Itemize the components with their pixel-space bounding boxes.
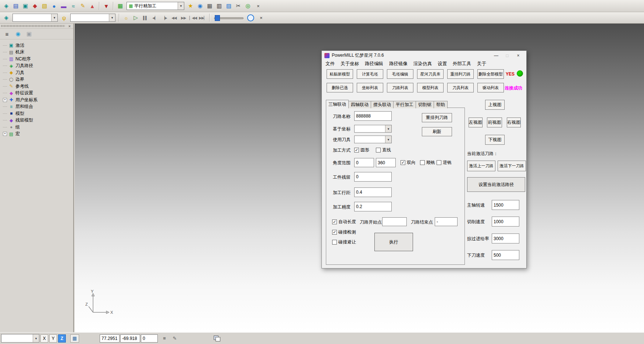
bulb-icon[interactable]: ☼: [122, 13, 131, 22]
sidebar-item-activate[interactable]: ▣激活: [1, 42, 72, 49]
menu-external-tools[interactable]: 外部工具: [450, 61, 474, 67]
menu-settings[interactable]: 设置: [435, 61, 450, 67]
refresh-button[interactable]: 刷新: [422, 127, 452, 136]
menu-file[interactable]: 文件: [323, 61, 338, 67]
z-axis-button[interactable]: Z: [58, 334, 66, 343]
transform-icon[interactable]: ▲: [88, 1, 97, 10]
search-icon[interactable]: ◎: [243, 1, 252, 10]
pause-icon[interactable]: ▌▌: [141, 13, 150, 22]
drive-list-button[interactable]: 驱动列表: [477, 83, 504, 92]
menu-coords[interactable]: 关于坐标: [338, 61, 362, 67]
workplane-combobox[interactable]: ▾: [354, 125, 392, 133]
app-icon[interactable]: ◈: [2, 1, 11, 10]
toolpath-combobox[interactable]: ▾: [13, 14, 58, 22]
rearrange-toolpaths-button[interactable]: 重排列刀路: [447, 69, 474, 79]
grid-toggle-icon[interactable]: ▦: [70, 334, 79, 343]
sidebar-item-tools[interactable]: ◆刀具: [1, 69, 72, 76]
sidebar-item-groups[interactable]: ●组: [1, 124, 72, 131]
sidebar-item-models[interactable]: ■模型: [1, 110, 72, 117]
minimize-button[interactable]: —: [491, 52, 502, 60]
slider-handle[interactable]: [215, 15, 220, 21]
coordinate-z-input[interactable]: [141, 334, 158, 343]
fork-icon[interactable]: ψ: [60, 13, 68, 22]
sidebar-item-stock-models[interactable]: ◆残留模型: [1, 117, 72, 124]
shield-icon[interactable]: ▣: [25, 30, 33, 38]
grid-icon[interactable]: ▦: [205, 1, 214, 10]
cutting-feed-input[interactable]: [492, 217, 519, 227]
top-view-button[interactable]: 上视图: [485, 100, 505, 110]
toolpath-list-button[interactable]: 刀路列表: [387, 83, 413, 92]
collision-avoid-checkbox[interactable]: 碰撞避让: [332, 239, 356, 245]
y-axis-button[interactable]: Y: [49, 334, 57, 343]
step-forward-icon[interactable]: ▕▶: [160, 13, 169, 22]
tab-help[interactable]: 帮助: [434, 101, 448, 108]
pointer-icon[interactable]: ✎: [171, 335, 178, 342]
angle-min-input[interactable]: [354, 158, 374, 167]
climb-checkbox[interactable]: 顺铣: [420, 159, 435, 166]
angle-max-input[interactable]: [376, 158, 396, 167]
menu-about[interactable]: 关于: [474, 61, 489, 67]
sidebar-item-patterns[interactable]: ✎参考线: [1, 83, 72, 90]
rewind-icon[interactable]: ◀◀: [170, 13, 178, 22]
left-view-button[interactable]: 左视图: [469, 117, 483, 127]
sidebar-item-workplanes[interactable]: ✚用户坐标系: [1, 96, 72, 103]
status-combobox[interactable]: ▾: [1, 334, 39, 343]
clock-icon[interactable]: [247, 14, 254, 21]
stepover-input[interactable]: [354, 187, 392, 197]
line-checkbox[interactable]: 直线: [376, 147, 391, 153]
curve-icon[interactable]: ≈: [69, 1, 78, 10]
expand-icon[interactable]: [3, 132, 7, 136]
stats-icon[interactable]: ▨: [224, 1, 233, 10]
bidirectional-checkbox[interactable]: 双向: [401, 159, 416, 166]
spindle-speed-input[interactable]: [492, 200, 519, 210]
calculator-icon[interactable]: ▥: [215, 1, 224, 10]
tool-list-button[interactable]: 刀具列表: [447, 83, 474, 92]
strategy-combobox[interactable]: ▦ 平行精加工 ▾: [127, 2, 184, 10]
x-axis-button[interactable]: X: [40, 334, 48, 343]
sidebar-item-levels-sets[interactable]: ≡层和组合: [1, 103, 72, 110]
plane-icon[interactable]: ▬: [59, 1, 68, 10]
block-icon[interactable]: ▧: [40, 1, 49, 10]
use-tool-combobox[interactable]: ▾: [354, 136, 392, 143]
plunge-feed-input[interactable]: [492, 250, 519, 260]
tab-parallel[interactable]: 平行加工: [393, 101, 416, 108]
strategy-icon[interactable]: ▦: [116, 1, 125, 10]
expand-icon[interactable]: [3, 98, 7, 102]
conventional-checkbox[interactable]: 逆铣: [437, 159, 452, 166]
menu-path-mirror[interactable]: 路径镜像: [386, 61, 410, 67]
save-icon[interactable]: ▤: [11, 1, 20, 10]
toolbar-close-icon[interactable]: ×: [255, 3, 261, 9]
workplane-list-button[interactable]: 坐标列表: [357, 83, 383, 92]
calc-block-button[interactable]: 计算毛坯: [357, 69, 383, 79]
play-icon[interactable]: ▷: [131, 13, 140, 22]
maximize-button[interactable]: □: [502, 52, 513, 60]
measure-icon[interactable]: ✎: [78, 1, 87, 10]
close-button[interactable]: ×: [513, 52, 524, 60]
edit-block-button[interactable]: 毛坯编辑: [387, 69, 413, 79]
sidebar-item-boundaries[interactable]: ◯边界: [1, 76, 72, 83]
right-view-button[interactable]: 右视图: [507, 117, 521, 127]
fast-forward-icon[interactable]: ▶▶: [179, 13, 188, 22]
tool-combobox[interactable]: ▾: [70, 14, 115, 22]
globe-icon[interactable]: ◉: [14, 30, 22, 38]
skip-start-icon[interactable]: ▏◀◀: [189, 13, 198, 22]
collision-check-checkbox[interactable]: 碰撞检测: [332, 229, 356, 235]
simulate-icon[interactable]: ◉: [196, 1, 204, 10]
paste-model-button[interactable]: 粘贴新模型: [327, 69, 353, 79]
panel-close-icon[interactable]: ×: [67, 24, 72, 28]
panel-header[interactable]: ×: [0, 24, 73, 29]
tool-star-icon[interactable]: ★: [186, 1, 195, 10]
dialog-titlebar[interactable]: PowerMILL 忆梦星河 7.0.6 — □ ×: [322, 51, 526, 60]
app-icon[interactable]: ◈: [2, 13, 11, 22]
panel-grip[interactable]: [1, 25, 65, 27]
window-pair-icon[interactable]: [214, 336, 220, 341]
tab-tilt-head[interactable]: 摆头联动: [371, 101, 394, 108]
bottom-view-button[interactable]: 下视图: [485, 135, 505, 145]
toolpath-name-input[interactable]: [354, 111, 392, 121]
clamp-icon[interactable]: ◆: [31, 1, 39, 10]
front-view-button[interactable]: 前视图: [487, 117, 502, 127]
delete-all-models-button[interactable]: 删除全部模型: [477, 69, 504, 79]
execute-button[interactable]: 执行: [374, 233, 413, 251]
step-back-icon[interactable]: ◀▏: [150, 13, 159, 22]
rearrange-button[interactable]: 重排列刀路: [422, 113, 452, 122]
